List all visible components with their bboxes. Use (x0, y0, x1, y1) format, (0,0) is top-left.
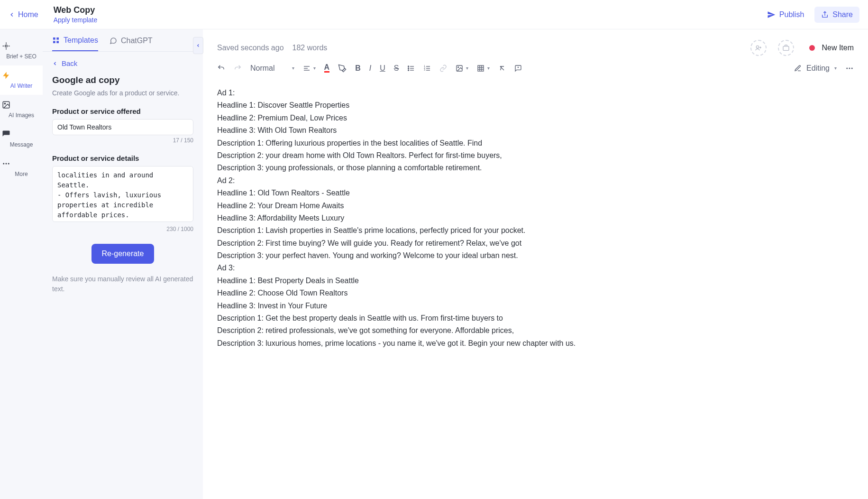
svg-rect-14 (56, 41, 59, 43)
document-line[interactable]: Description 2: your dream home with Old … (217, 149, 854, 162)
style-select[interactable]: Normal ▾ (250, 64, 294, 73)
document-status[interactable]: New Item (809, 44, 854, 52)
document-line[interactable]: Description 1: Get the best property dea… (217, 312, 854, 324)
text-color-button[interactable]: A (324, 64, 330, 73)
document-line[interactable]: Headline 2: Premium Deal, Low Prices (217, 112, 854, 124)
tab-chatgpt[interactable]: ChatGPT (110, 36, 153, 51)
tab-label: ChatGPT (121, 37, 153, 45)
document-line[interactable]: Headline 1: Discover Seattle Properties (217, 99, 854, 111)
more-icon (2, 159, 41, 168)
details-char-count: 230 / 1000 (52, 226, 193, 232)
status-label: New Item (822, 44, 854, 52)
document-line[interactable]: Ad 3: (217, 262, 854, 274)
svg-rect-36 (478, 65, 484, 71)
rail-label: AI Writer (10, 83, 32, 89)
svg-rect-18 (783, 46, 789, 51)
document-line[interactable]: Ad 1: (217, 87, 854, 99)
field-details-label: Product or service details (52, 154, 193, 162)
chevron-down-icon: ▾ (292, 65, 294, 71)
numbered-list-button[interactable]: 123 (423, 65, 431, 72)
rail-label: AI Images (9, 112, 34, 119)
document-line[interactable]: Headline 1: Best Property Deals in Seatt… (217, 275, 854, 287)
editor-header: Saved seconds ago 182 words New Item (203, 29, 868, 59)
clear-format-button[interactable] (498, 65, 506, 72)
document-line[interactable]: Headline 1: Old Town Realtors - Seattle (217, 187, 854, 199)
document-line[interactable]: Headline 3: With Old Town Realtors (217, 124, 854, 137)
svg-point-15 (757, 46, 759, 48)
briefcase-button[interactable] (778, 40, 794, 56)
word-count: 182 words (292, 44, 328, 52)
share-button[interactable]: Share (814, 7, 859, 23)
document-line[interactable]: Description 2: retired professionals, we… (217, 324, 854, 337)
rail-item-ai-images[interactable]: AI Images (0, 95, 43, 124)
mode-select[interactable]: Editing ▾ (794, 64, 837, 73)
italic-button[interactable]: I (369, 64, 371, 73)
rail-item-brief-seo[interactable]: Brief + SEO (0, 36, 43, 65)
more-options-button[interactable] (845, 64, 854, 73)
template-description: Create Google ads for a product or servi… (52, 89, 193, 97)
align-select[interactable]: ▾ (303, 65, 316, 72)
product-input[interactable] (52, 119, 193, 135)
template-title: Google ad copy (52, 75, 193, 85)
publish-button[interactable]: Publish (767, 10, 804, 19)
document-line[interactable]: Description 3: your perfect haven. Young… (217, 250, 854, 262)
side-panel: Templates ChatGPT Back Google ad copy Cr… (43, 29, 203, 499)
highlight-button[interactable] (338, 64, 347, 73)
collapse-panel-button[interactable] (193, 37, 203, 54)
add-collaborator-button[interactable] (750, 40, 767, 56)
main-layout: Brief + SEO AI Writer AI Images Message … (0, 29, 868, 499)
panel-tabs: Templates ChatGPT (43, 29, 203, 52)
svg-point-7 (4, 103, 5, 104)
share-label: Share (832, 10, 853, 19)
redo-button[interactable] (234, 64, 242, 72)
share-icon (821, 11, 829, 18)
rail-item-ai-writer[interactable]: AI Writer (0, 65, 43, 95)
image-insert-select[interactable]: ▾ (456, 65, 468, 72)
table-insert-select[interactable]: ▾ (477, 65, 490, 72)
panel-body: Back Google ad copy Create Google ads fo… (43, 52, 203, 302)
svg-point-22 (408, 66, 409, 67)
comment-button[interactable] (514, 65, 522, 72)
image-icon (2, 101, 41, 109)
svg-point-1 (5, 45, 8, 47)
home-button[interactable]: Home (9, 10, 38, 19)
svg-text:3: 3 (424, 69, 426, 71)
tab-templates[interactable]: Templates (52, 36, 98, 51)
svg-point-35 (458, 66, 459, 67)
document-line[interactable]: Headline 3: Invest in Your Future (217, 300, 854, 312)
document-line[interactable]: Description 2: First time buying? We wil… (217, 237, 854, 250)
back-link[interactable]: Back (52, 59, 193, 67)
title-block: Web Copy Apply template (54, 5, 98, 24)
document-line[interactable]: Description 3: luxurious homes, prime lo… (217, 337, 854, 350)
document-line[interactable]: Headline 2: Choose Old Town Realtors (217, 287, 854, 299)
document-line[interactable]: Description 1: Lavish properties in Seat… (217, 224, 854, 237)
chevron-down-icon: ▾ (834, 65, 837, 71)
regenerate-button[interactable]: Re-generate (91, 244, 155, 264)
review-note: Make sure you manually review all AI gen… (52, 274, 193, 294)
rail-item-message[interactable]: Message (0, 124, 43, 154)
details-textarea[interactable] (52, 166, 193, 222)
document-line[interactable]: Ad 2: (217, 175, 854, 187)
publish-label: Publish (779, 10, 804, 19)
chevron-down-icon: ▾ (487, 65, 490, 71)
document-line[interactable]: Headline 2: Your Dream Home Awaits (217, 200, 854, 212)
rail-item-more[interactable]: More (0, 154, 43, 183)
document-title: Web Copy (54, 5, 98, 15)
strikethrough-button[interactable]: S (394, 64, 399, 73)
document-body[interactable]: Ad 1:Headline 1: Discover Seattle Proper… (203, 77, 868, 359)
bullet-list-button[interactable] (407, 65, 415, 72)
undo-button[interactable] (217, 64, 225, 72)
message-icon (2, 130, 41, 139)
apply-template-link[interactable]: Apply template (54, 16, 98, 24)
templates-icon (52, 37, 60, 44)
editor-area: Saved seconds ago 182 words New Item (203, 29, 868, 499)
send-icon (767, 10, 776, 19)
link-button[interactable] (439, 65, 447, 72)
document-line[interactable]: Description 1: Offering luxurious proper… (217, 137, 854, 149)
document-line[interactable]: Description 3: young professionals, or t… (217, 162, 854, 174)
svg-point-26 (408, 70, 409, 71)
svg-point-10 (8, 163, 9, 165)
document-line[interactable]: Headline 3: Affordability Meets Luxury (217, 212, 854, 224)
underline-button[interactable]: U (380, 64, 385, 73)
bold-button[interactable]: B (355, 64, 361, 73)
